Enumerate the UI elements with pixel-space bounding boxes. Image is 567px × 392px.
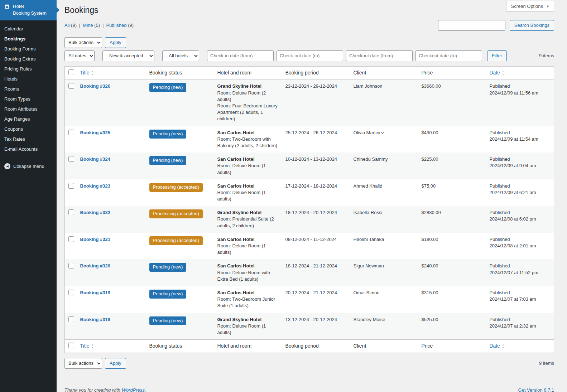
- get-version-link[interactable]: Get Version 6.7.1: [518, 387, 554, 392]
- select-all-checkbox-bottom[interactable]: [68, 343, 74, 348]
- sort-by-date-link[interactable]: Date ▲▼: [490, 69, 505, 77]
- sort-by-title-link-bottom[interactable]: Title ▲▼: [80, 343, 94, 350]
- sidebar-item-room-attributes[interactable]: Room Attributes: [0, 104, 57, 114]
- sidebar-item-room-types[interactable]: Room Types: [0, 94, 57, 104]
- sidebar-item-age-ranges[interactable]: Age Ranges: [0, 114, 57, 124]
- hotels-filter-select[interactable]: - All hotels -: [162, 50, 199, 61]
- status-badge: Pending (new): [149, 290, 187, 299]
- search-input[interactable]: [438, 20, 505, 31]
- booking-period: 18-12-2024 - 21-12-2024: [282, 259, 350, 286]
- bulk-actions-select-bottom[interactable]: Bulk actions: [64, 358, 102, 369]
- collapse-menu-button[interactable]: ◀ Collapse menu: [0, 160, 57, 173]
- sidebar-item-booking-extras[interactable]: Booking Extras: [0, 54, 57, 64]
- status-cell: Pending (new): [146, 79, 214, 126]
- bulk-actions-bar-bottom: Bulk actions Apply 9 items: [64, 358, 554, 369]
- booking-title-link[interactable]: Booking #324: [80, 156, 111, 162]
- row-checkbox-cell: [65, 286, 77, 313]
- price-value: $3660.00: [418, 79, 486, 126]
- status-cell: Processing (accepted): [146, 233, 214, 260]
- sidebar-item-calendar[interactable]: Calendar: [0, 24, 57, 34]
- hotel-room-cell: Grand Skyline Hotel Room: Presidential S…: [214, 206, 282, 233]
- booking-title-link[interactable]: Booking #320: [80, 263, 111, 268]
- publish-status: Published: [490, 316, 551, 323]
- row-checkbox[interactable]: [68, 130, 74, 135]
- publish-status: Published: [490, 263, 551, 269]
- separator: |: [102, 23, 104, 28]
- select-all-cell: [65, 340, 77, 353]
- room-list: Room: Two-Bedroom Junior Suite (1 adults…: [217, 296, 278, 309]
- column-booking-period: Booking period: [282, 66, 350, 79]
- booking-period: 23-12-2024 - 29-12-2024: [282, 79, 350, 126]
- publish-status: Published: [490, 183, 551, 189]
- booking-title-link[interactable]: Booking #318: [80, 317, 111, 322]
- search-bookings-button[interactable]: Search Bookings: [510, 20, 554, 31]
- sidebar-item-tax-rates[interactable]: Tax Rates: [0, 134, 57, 144]
- sort-by-title-link[interactable]: Title ▲▼: [80, 69, 94, 77]
- sidebar-item-coupons[interactable]: Coupons: [0, 124, 57, 134]
- title-cell: Booking #318: [77, 313, 146, 340]
- apply-button-top[interactable]: Apply: [105, 37, 126, 48]
- row-checkbox[interactable]: [68, 83, 74, 89]
- hotel-name: Grand Skyline Hotel: [217, 83, 278, 89]
- booking-title-link[interactable]: Booking #319: [80, 290, 111, 295]
- row-checkbox[interactable]: [68, 209, 74, 215]
- booking-title-link[interactable]: Booking #326: [80, 83, 111, 89]
- room-list: Room: Deluxe Room (1 adults): [217, 323, 278, 336]
- status-badge: Pending (new): [149, 130, 187, 139]
- bulk-actions-select-top[interactable]: Bulk actions: [64, 37, 102, 48]
- calendar-icon: [4, 4, 10, 17]
- sidebar-item-pricing-rules[interactable]: Pricing Rules: [0, 64, 57, 74]
- items-count: 9 items: [539, 53, 554, 58]
- sidebar-item-bookings[interactable]: Bookings: [0, 34, 57, 44]
- sidebar-item-booking-forms[interactable]: Booking Forms: [0, 44, 57, 54]
- sidebar-item-e-mail-accounts[interactable]: E-mail Accounts: [0, 144, 57, 154]
- booking-period: 17-12-2024 - 18-12-2024: [282, 179, 350, 206]
- booking-title-link[interactable]: Booking #321: [80, 237, 111, 242]
- filter-all-link[interactable]: All (9): [64, 23, 77, 28]
- row-checkbox[interactable]: [68, 263, 74, 268]
- apply-button-bottom[interactable]: Apply: [105, 358, 126, 369]
- sidebar-item-hotels[interactable]: Hotels: [0, 74, 57, 84]
- select-all-checkbox[interactable]: [68, 69, 74, 75]
- date-cell: Published 2024/12/09 at 9:04 am: [486, 153, 554, 179]
- row-checkbox[interactable]: [68, 316, 74, 322]
- client-name: Hiroshi Tanaka: [350, 233, 418, 260]
- booking-title-link[interactable]: Booking #322: [80, 210, 111, 215]
- screen-options-button[interactable]: Screen Options ▼: [506, 1, 554, 12]
- room-line: Room: Two-Bedroom Junior Suite (1 adults…: [217, 296, 278, 309]
- booking-title-link[interactable]: Booking #323: [80, 183, 111, 189]
- dates-filter-select[interactable]: All dates: [64, 50, 95, 61]
- filter-published-link[interactable]: Published (9): [106, 23, 134, 28]
- title-cell: Booking #320: [77, 259, 146, 286]
- wordpress-link[interactable]: WordPress: [122, 387, 145, 392]
- room-line: Room: Deluxe Room (1 adults): [217, 243, 278, 256]
- filter-mine-link[interactable]: Mine (5): [83, 23, 100, 28]
- hotel-room-cell: San Carlos Hotel Room: Deluxe Room (1 ad…: [214, 179, 282, 206]
- row-checkbox[interactable]: [68, 156, 74, 162]
- sidebar-brand[interactable]: Hotel Booking System: [0, 0, 57, 20]
- main-content: Screen Options ▼ Bookings All (9) | Mine…: [57, 0, 567, 392]
- checkin-date-from-input[interactable]: [207, 50, 274, 61]
- column-price: Price: [418, 340, 486, 353]
- row-checkbox[interactable]: [68, 290, 74, 295]
- checkout-date-to-input[interactable]: [277, 50, 343, 61]
- publish-date: 2024/12/08 at 6:02 pm: [490, 216, 551, 222]
- publish-status: Published: [490, 209, 551, 216]
- checkout-date-to2-input[interactable]: [415, 50, 482, 61]
- row-checkbox[interactable]: [68, 183, 74, 189]
- table-row: Booking #319 Pending (new) San Carlos Ho…: [65, 286, 554, 313]
- date-cell: Published 2024/12/07 at 11:52 pm: [486, 259, 554, 286]
- table-row: Booking #324 Pending (new) San Carlos Ho…: [65, 153, 554, 179]
- publish-status: Published: [490, 156, 551, 163]
- sort-by-date-link-bottom[interactable]: Date ▲▼: [490, 343, 505, 350]
- sidebar-item-label: Hotels: [4, 76, 18, 82]
- sidebar-item-label: Tax Rates: [4, 136, 25, 142]
- booking-title-link[interactable]: Booking #325: [80, 130, 111, 135]
- client-name: Sigur Newman: [350, 259, 418, 286]
- filters-bar: All dates - New & accepted - - All hotel…: [64, 50, 554, 61]
- filter-button[interactable]: Filter: [487, 50, 507, 61]
- checkout-date-from-input[interactable]: [346, 50, 413, 61]
- row-checkbox[interactable]: [68, 236, 74, 242]
- sidebar-item-rooms[interactable]: Rooms: [0, 84, 57, 94]
- booking-status-filter-select[interactable]: - New & accepted -: [102, 50, 154, 61]
